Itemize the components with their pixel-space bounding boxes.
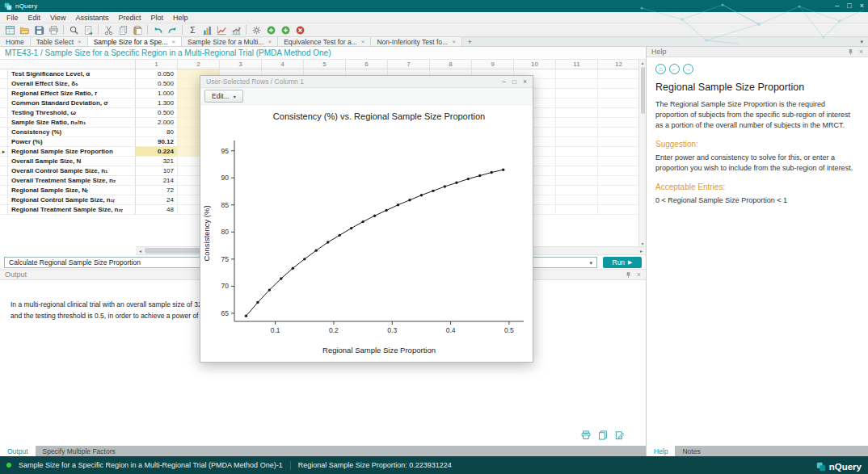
pin-icon[interactable] <box>626 271 631 279</box>
document-tab[interactable]: Home <box>0 37 31 46</box>
print-button[interactable] <box>46 23 61 36</box>
row-label[interactable]: Regional Treatment Sample Size, n₂ᵣ <box>8 205 136 214</box>
tab-close-icon[interactable]: × <box>361 38 365 45</box>
row-label[interactable]: Testing Threshold, ω <box>8 108 136 117</box>
table-cell[interactable] <box>556 157 598 166</box>
scroll-right-icon[interactable] <box>637 248 646 254</box>
row-label[interactable]: Consistency (%) <box>8 128 136 136</box>
table-cell[interactable] <box>598 205 640 214</box>
table-cell[interactable] <box>556 186 598 195</box>
close-icon[interactable]: × <box>860 0 864 12</box>
table-cell[interactable] <box>556 147 598 156</box>
table-cell[interactable] <box>556 69 598 78</box>
column-header[interactable]: 2 <box>178 60 220 69</box>
plot-window[interactable]: User-Selected Rows / Column 1 – □ × Edit… <box>200 75 533 363</box>
table-cell[interactable] <box>598 176 640 185</box>
panel-tab[interactable]: Help <box>647 446 675 456</box>
copy-output-icon[interactable] <box>598 430 608 440</box>
tab-close-icon[interactable]: × <box>78 38 82 45</box>
column-header[interactable]: 11 <box>556 60 598 69</box>
cut-button[interactable] <box>101 23 116 36</box>
close-icon[interactable] <box>637 271 641 279</box>
panel-tab[interactable]: Output <box>0 446 36 456</box>
table-cell[interactable] <box>598 89 640 98</box>
column-header[interactable]: 10 <box>514 60 556 69</box>
table-cell-col1[interactable]: 72 <box>136 186 178 195</box>
forward-icon[interactable] <box>683 64 693 74</box>
table-cell[interactable] <box>556 128 598 136</box>
close-icon[interactable] <box>859 48 863 56</box>
table-cell-col1[interactable]: 0.050 <box>136 69 178 78</box>
panel-tab[interactable]: Notes <box>675 446 707 456</box>
sum-button[interactable]: Σ <box>185 23 200 36</box>
column-header[interactable]: 4 <box>262 60 304 69</box>
table-cell[interactable] <box>598 137 640 146</box>
menu-item[interactable]: Help <box>168 12 193 23</box>
table-cell-col1[interactable]: 0.224 <box>136 147 178 156</box>
table-cell[interactable] <box>598 79 640 88</box>
row-label[interactable]: Regional Control Sample Size, n₁ᵣ <box>8 195 136 204</box>
scroll-left-icon[interactable] <box>136 248 145 254</box>
row-label[interactable]: Common Standard Deviation, σ <box>8 99 136 107</box>
row-label[interactable]: Regional Effect Size Ratio, r <box>8 89 136 98</box>
document-tab[interactable]: Sample Size for a Multi... × <box>182 37 278 46</box>
table-cell-col1[interactable]: 0.500 <box>136 108 178 117</box>
combo-chart-button[interactable] <box>229 23 243 36</box>
document-tab[interactable]: Sample Size for a Spe... × <box>88 37 182 46</box>
new-table-button[interactable] <box>2 23 17 36</box>
minimize-icon[interactable]: – <box>502 78 506 86</box>
run-button[interactable]: Run ▶ <box>603 257 642 268</box>
table-cell[interactable] <box>598 166 640 175</box>
column-header[interactable]: 12 <box>598 60 640 69</box>
scrollbar-thumb[interactable] <box>641 67 645 114</box>
tab-close-icon[interactable]: × <box>268 38 272 45</box>
table-cell-col1[interactable]: 1.300 <box>136 99 178 107</box>
table-cell[interactable] <box>598 99 640 107</box>
table-cell[interactable] <box>556 137 598 146</box>
tab-overflow-icon[interactable]: ▾ <box>855 37 868 46</box>
table-cell-col1[interactable]: 321 <box>136 157 178 166</box>
row-label[interactable]: Overall Effect Size, δ₀ <box>8 79 136 88</box>
column-header[interactable]: 9 <box>472 60 514 69</box>
table-cell-col1[interactable]: 2.000 <box>136 118 178 127</box>
maximize-icon[interactable]: □ <box>847 0 851 12</box>
home-icon[interactable] <box>655 64 666 74</box>
table-cell[interactable] <box>598 69 640 78</box>
column-header[interactable]: 5 <box>304 60 346 69</box>
row-label[interactable]: Regional Sample Size, Nᵣ <box>8 186 136 195</box>
table-cell-col1[interactable]: 90.12 <box>136 137 178 146</box>
menu-item[interactable]: Assistants <box>70 12 113 23</box>
scroll-up-icon[interactable] <box>641 60 643 65</box>
table-cell-col1[interactable]: 214 <box>136 176 178 185</box>
edit-output-icon[interactable] <box>615 430 625 440</box>
undo-button[interactable] <box>150 23 165 36</box>
menu-item[interactable]: File <box>2 12 23 23</box>
save-button[interactable] <box>32 23 46 36</box>
new-tab-button[interactable]: + <box>462 37 478 46</box>
document-tab[interactable]: Table Select × <box>31 37 88 46</box>
bar-chart-button[interactable] <box>200 23 214 36</box>
table-cell-col1[interactable]: 48 <box>136 205 178 214</box>
document-tab[interactable]: Non-Inferiority Test fo... × <box>371 37 461 46</box>
table-cell[interactable] <box>598 108 640 117</box>
menu-item[interactable]: View <box>45 12 70 23</box>
table-cell-col1[interactable]: 0.500 <box>136 79 178 88</box>
tab-close-icon[interactable]: × <box>452 38 456 45</box>
table-cell-col1[interactable]: 80 <box>136 128 178 136</box>
table-cell[interactable] <box>598 147 640 156</box>
column-header[interactable]: 3 <box>220 60 262 69</box>
table-cell[interactable] <box>598 118 640 127</box>
document-tab[interactable]: Equivalence Test for a... × <box>278 37 371 46</box>
column-header[interactable]: 1 <box>136 60 178 69</box>
row-label[interactable]: Overall Sample Size, N <box>8 157 136 166</box>
table-cell-col1[interactable]: 1.000 <box>136 89 178 98</box>
row-label[interactable]: Overall Control Sample Size, n₁ <box>8 166 136 175</box>
table-cell[interactable] <box>556 166 598 175</box>
tab-close-icon[interactable]: × <box>171 38 175 45</box>
table-cell[interactable] <box>598 195 640 204</box>
row-label[interactable]: Regional Sample Size Proportion <box>8 147 136 156</box>
menu-item[interactable]: Edit <box>23 12 46 23</box>
table-cell[interactable] <box>556 108 598 117</box>
close-table-button[interactable] <box>293 23 307 36</box>
add-plot-button[interactable] <box>278 23 293 36</box>
